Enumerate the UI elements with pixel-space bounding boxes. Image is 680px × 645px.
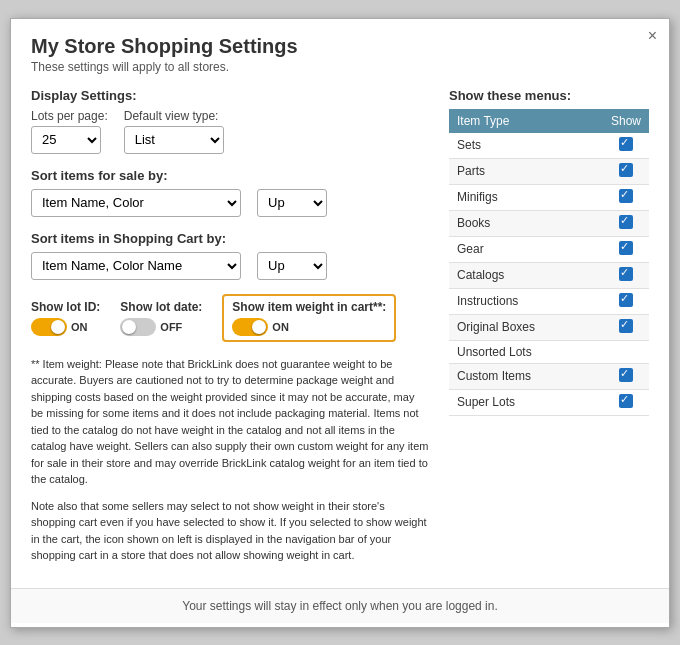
col-item-type: Item Type: [449, 109, 603, 133]
menus-label: Show these menus:: [449, 88, 649, 103]
modal-container: × My Store Shopping Settings These setti…: [10, 18, 670, 628]
menu-item-name: Parts: [449, 158, 603, 184]
checkbox-checked-icon: [619, 137, 633, 151]
footer-text: Your settings will stay in effect only w…: [182, 599, 498, 613]
sort-for-sale-direction-select[interactable]: Up Down: [257, 189, 327, 217]
menu-item-name: Gear: [449, 236, 603, 262]
menu-item-check[interactable]: [603, 133, 649, 159]
checkbox-checked-icon: [619, 189, 633, 203]
menu-row: Instructions: [449, 288, 649, 314]
default-view-type-label: Default view type:: [124, 109, 224, 123]
menu-row: Gear: [449, 236, 649, 262]
checkbox-checked-icon: [619, 267, 633, 281]
menu-row: Unsorted Lots: [449, 340, 649, 363]
menu-item-name: Super Lots: [449, 389, 603, 415]
show-lot-date-state: OFF: [160, 321, 182, 333]
menu-row: Parts: [449, 158, 649, 184]
menu-row: Books: [449, 210, 649, 236]
show-item-weight-highlighted: Show item weight in cart**: ON: [222, 294, 396, 342]
show-lot-id-toggle-item: Show lot ID: ON: [31, 300, 100, 336]
checkbox-checked-icon: [619, 241, 633, 255]
default-view-type-group: Default view type: List Grid Simple: [124, 109, 224, 154]
show-lot-id-state: ON: [71, 321, 88, 333]
menu-item-check[interactable]: [603, 184, 649, 210]
sort-for-sale-field-select[interactable]: Item Name, Color Price Quantity Date Add…: [31, 189, 241, 217]
show-lot-id-label: Show lot ID:: [31, 300, 100, 314]
sort-for-sale-label: Sort items for sale by:: [31, 168, 429, 183]
menu-item-check[interactable]: [603, 236, 649, 262]
show-lot-date-label: Show lot date:: [120, 300, 202, 314]
checkbox-checked-icon: [619, 368, 633, 382]
checkbox-checked-icon: [619, 319, 633, 333]
modal-title: My Store Shopping Settings: [31, 35, 649, 58]
menu-row: Custom Items: [449, 363, 649, 389]
menu-item-check[interactable]: [603, 288, 649, 314]
close-button[interactable]: ×: [648, 27, 657, 45]
show-item-weight-label: Show item weight in cart**:: [232, 300, 386, 314]
note-2: Note also that some sellers may select t…: [31, 498, 429, 564]
menu-item-check[interactable]: [603, 158, 649, 184]
modal-subtitle: These settings will apply to all stores.: [31, 60, 649, 74]
show-lot-date-thumb: [122, 320, 136, 334]
show-lot-id-toggle[interactable]: ON: [31, 318, 88, 336]
sort-for-sale-row: Item Name, Color Price Quantity Date Add…: [31, 189, 429, 217]
show-item-weight-thumb: [252, 320, 266, 334]
sort-cart-field-select[interactable]: Item Name, Color Name Price Quantity: [31, 252, 241, 280]
menu-row: Super Lots: [449, 389, 649, 415]
menu-item-name: Unsorted Lots: [449, 340, 603, 363]
menu-item-name: Catalogs: [449, 262, 603, 288]
show-lot-id-thumb: [51, 320, 65, 334]
show-item-weight-toggle[interactable]: ON: [232, 318, 289, 336]
show-item-weight-state: ON: [272, 321, 289, 333]
lots-per-page-group: Lots per page: 25 10 50 100: [31, 109, 108, 154]
show-lot-date-toggle[interactable]: OFF: [120, 318, 182, 336]
sort-cart-row: Item Name, Color Name Price Quantity Up …: [31, 252, 429, 280]
display-settings-label: Display Settings:: [31, 88, 429, 103]
default-view-type-select[interactable]: List Grid Simple: [124, 126, 224, 154]
main-content: Display Settings: Lots per page: 25 10 5…: [31, 88, 649, 574]
toggles-row: Show lot ID: ON Show lot date:: [31, 294, 429, 342]
menu-item-name: Original Boxes: [449, 314, 603, 340]
show-lot-date-track[interactable]: [120, 318, 156, 336]
menu-item-check[interactable]: [603, 314, 649, 340]
notes-section: ** Item weight: Please note that BrickLi…: [31, 356, 429, 564]
menu-item-name: Minifigs: [449, 184, 603, 210]
menu-row: Original Boxes: [449, 314, 649, 340]
menu-item-check[interactable]: [603, 210, 649, 236]
right-panel: Show these menus: Item Type Show SetsPar…: [449, 88, 649, 574]
menu-item-check[interactable]: [603, 340, 649, 363]
show-lot-id-track[interactable]: [31, 318, 67, 336]
checkbox-checked-icon: [619, 163, 633, 177]
sort-cart-direction-select[interactable]: Up Down: [257, 252, 327, 280]
col-show: Show: [603, 109, 649, 133]
modal-footer: Your settings will stay in effect only w…: [11, 588, 669, 623]
checkbox-checked-icon: [619, 293, 633, 307]
lots-per-page-label: Lots per page:: [31, 109, 108, 123]
menus-table: Item Type Show SetsPartsMinifigsBooksGea…: [449, 109, 649, 416]
checkbox-checked-icon: [619, 394, 633, 408]
lots-per-page-select[interactable]: 25 10 50 100: [31, 126, 101, 154]
note-1: ** Item weight: Please note that BrickLi…: [31, 356, 429, 488]
menu-item-name: Sets: [449, 133, 603, 159]
menu-item-name: Custom Items: [449, 363, 603, 389]
menu-item-check[interactable]: [603, 389, 649, 415]
checkbox-checked-icon: [619, 215, 633, 229]
menu-item-check[interactable]: [603, 363, 649, 389]
show-lot-date-toggle-item: Show lot date: OFF: [120, 300, 202, 336]
show-item-weight-track[interactable]: [232, 318, 268, 336]
menu-row: Minifigs: [449, 184, 649, 210]
menu-item-check[interactable]: [603, 262, 649, 288]
menu-item-name: Instructions: [449, 288, 603, 314]
display-settings-row: Lots per page: 25 10 50 100 Default view…: [31, 109, 429, 154]
menu-row: Catalogs: [449, 262, 649, 288]
menu-item-name: Books: [449, 210, 603, 236]
sort-cart-label: Sort items in Shopping Cart by:: [31, 231, 429, 246]
left-panel: Display Settings: Lots per page: 25 10 5…: [31, 88, 429, 574]
menu-row: Sets: [449, 133, 649, 159]
